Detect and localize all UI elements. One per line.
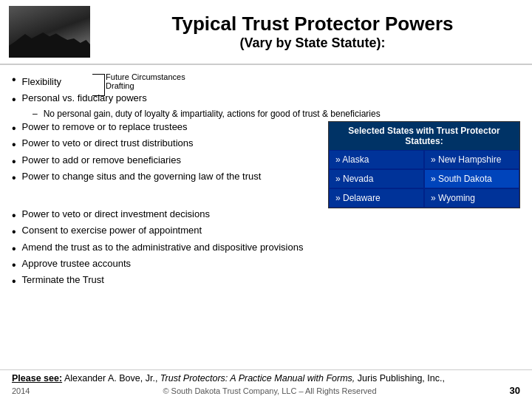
veto-label: Power to veto or direct trust distributi… — [22, 137, 194, 149]
state-wyoming: » Wyoming — [424, 188, 519, 208]
flexibility-label: Flexibility — [22, 76, 61, 87]
footer-bottom-row: 2014 © South Dakota Trust Company, LLC –… — [12, 385, 520, 396]
footer-year: 2014 — [12, 386, 30, 395]
list-item: • Power to veto or direct investment dec… — [12, 208, 520, 222]
bullets-column: • Power to remove or to replace trustees… — [12, 121, 321, 187]
list-item: • Power to add or remove beneficiaries — [12, 154, 321, 168]
page-footer: Please see: Alexander A. Bove, Jr., Trus… — [0, 369, 532, 399]
situs-label: Power to change situs and the governing … — [22, 171, 262, 182]
two-col-layout: • Power to remove or to replace trustees… — [12, 121, 520, 208]
list-item: • Terminate the Trust — [12, 274, 520, 288]
approve-label: Approve trustee accounts — [22, 258, 131, 269]
mount-rushmore-image — [9, 6, 90, 58]
state-alaska: » Alaska — [329, 150, 424, 169]
amend-label: Amend the trust as to the administrative… — [22, 242, 304, 253]
list-item: • Flexibility Future Circumstances Draft… — [12, 72, 520, 90]
bullet-icon: • — [12, 137, 16, 151]
footer-author: Alexander A. Bove, Jr., — [62, 373, 160, 383]
list-item: – No personal gain, duty of loyalty & im… — [12, 109, 520, 119]
consent-label: Consent to exercise power of appointment — [22, 225, 202, 236]
arrow-label-1: Future Circumstances — [106, 72, 185, 81]
flexibility-content: Flexibility Future Circumstances Draftin… — [22, 72, 520, 90]
remove-label: Power to remove or to replace trustees — [22, 121, 188, 132]
footer-please-see: Please see: Alexander A. Bove, Jr., Trus… — [12, 373, 520, 383]
bullet-icon: • — [12, 208, 16, 222]
page-number: 30 — [510, 385, 520, 396]
please-see-label: Please see: — [12, 373, 62, 383]
main-content: • Flexibility Future Circumstances Draft… — [0, 69, 532, 293]
add-label: Power to add or remove beneficiaries — [22, 154, 181, 166]
page-title: Typical Trust Protector Powers — [102, 13, 523, 35]
list-item: • Amend the trust as to the administrati… — [12, 242, 520, 256]
bullet-icon: • — [12, 171, 16, 185]
invest-label: Power to veto or direct investment decis… — [22, 208, 210, 219]
terminate-label: Terminate the Trust — [22, 274, 104, 285]
header-text-block: Typical Trust Protector Powers (Vary by … — [102, 13, 523, 51]
states-header: Selected States with Trust Protector Sta… — [329, 122, 519, 150]
bullet-icon: • — [12, 225, 16, 239]
list-item: • Consent to exercise power of appointme… — [12, 225, 520, 239]
arrow-label-2: Drafting — [106, 81, 185, 90]
arrow-labels: Future Circumstances Drafting — [106, 72, 185, 90]
list-item: • Personal vs. fiduciary powers — [12, 92, 520, 106]
list-item: • Power to veto or direct trust distribu… — [12, 137, 321, 151]
footer-copyright: © South Dakota Trust Company, LLC – All … — [163, 386, 376, 395]
bullet-icon: • — [12, 154, 16, 168]
state-new-hampshire: » New Hampshire — [424, 150, 519, 169]
footer-book-title: Trust Protectors: A Practice Manual with… — [160, 373, 355, 383]
list-item: • Power to change situs and the governin… — [12, 171, 321, 185]
personal-label: Personal vs. fiduciary powers — [22, 92, 147, 103]
bullet-icon: • — [12, 242, 16, 256]
page-subtitle: (Vary by State Statute): — [102, 35, 523, 51]
states-box: Selected States with Trust Protector Sta… — [328, 121, 520, 208]
state-south-dakota: » South Dakota — [424, 169, 519, 188]
bullet-icon: • — [12, 258, 16, 272]
bullet-icon: • — [12, 92, 16, 106]
bullet-icon: • — [12, 72, 16, 86]
bullet-icon: • — [12, 121, 16, 135]
dash-icon: – — [33, 109, 38, 119]
page-header: Typical Trust Protector Powers (Vary by … — [0, 0, 532, 65]
state-delaware: » Delaware — [329, 188, 424, 208]
flexibility-row: Flexibility Future Circumstances Draftin… — [22, 72, 520, 90]
list-item: • Approve trustee accounts — [12, 258, 520, 272]
states-grid: » Alaska » New Hampshire » Nevada » Sout… — [329, 150, 519, 208]
footer-publisher: Juris Publishing, Inc., — [355, 373, 445, 383]
state-nevada: » Nevada — [329, 169, 424, 188]
sub-label: No personal gain, duty of loyalty & impa… — [44, 109, 381, 119]
bullet-icon: • — [12, 274, 16, 288]
list-item: • Power to remove or to replace trustees — [12, 121, 321, 135]
